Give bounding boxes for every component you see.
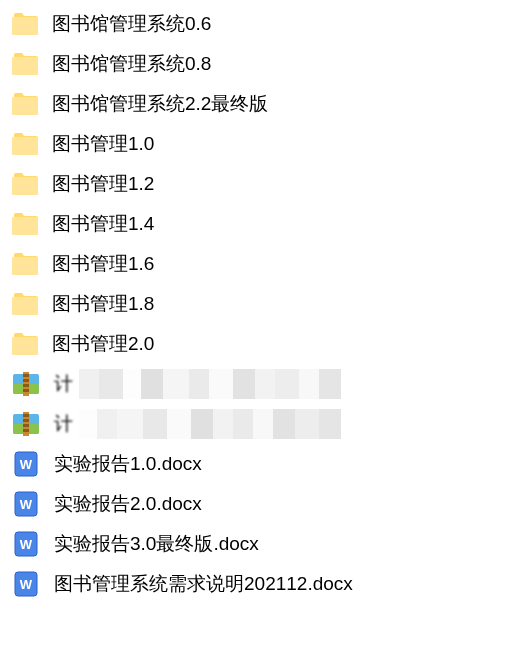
svg-text:W: W <box>20 577 33 592</box>
file-name: 实验报告2.0.docx <box>54 491 202 517</box>
list-item[interactable]: 图书管理1.2 <box>0 164 527 204</box>
list-item[interactable]: 图书馆管理系统0.8 <box>0 44 527 84</box>
folder-icon <box>12 53 38 75</box>
list-item[interactable]: W 实验报告3.0最终版.docx <box>0 524 527 564</box>
file-name: 图书管理1.2 <box>52 171 154 197</box>
folder-icon <box>12 133 38 155</box>
list-item[interactable]: 图书馆管理系统0.6 <box>0 4 527 44</box>
file-name: 图书管理系统需求说明202112.docx <box>54 571 353 597</box>
file-name: 实验报告3.0最终版.docx <box>54 531 259 557</box>
svg-text:W: W <box>20 537 33 552</box>
file-name: 图书馆管理系统2.2最终版 <box>52 91 268 117</box>
file-name: 图书管理1.6 <box>52 251 154 277</box>
docx-icon: W <box>12 530 40 558</box>
docx-icon: W <box>12 450 40 478</box>
list-item[interactable]: 图书管理1.0 <box>0 124 527 164</box>
list-item[interactable]: 计 <box>0 364 527 404</box>
svg-rect-12 <box>23 424 29 427</box>
list-item[interactable]: 图书管理1.8 <box>0 284 527 324</box>
svg-rect-11 <box>23 419 29 422</box>
list-item[interactable]: W 实验报告1.0.docx <box>0 444 527 484</box>
list-item[interactable]: W 实验报告2.0.docx <box>0 484 527 524</box>
docx-icon: W <box>12 490 40 518</box>
folder-icon <box>12 13 38 35</box>
docx-icon: W <box>12 570 40 598</box>
file-list: 图书馆管理系统0.6 图书馆管理系统0.8 图书馆管理系统2.2最终版 图书管理… <box>0 4 527 604</box>
list-item[interactable]: 计 <box>0 404 527 444</box>
file-name: 图书管理2.0 <box>52 331 154 357</box>
list-item[interactable]: 图书馆管理系统2.2最终版 <box>0 84 527 124</box>
folder-icon <box>12 253 38 275</box>
list-item[interactable]: 图书管理2.0 <box>0 324 527 364</box>
folder-icon <box>12 93 38 115</box>
svg-rect-13 <box>23 429 29 432</box>
svg-rect-10 <box>23 414 29 417</box>
folder-icon <box>12 173 38 195</box>
file-name: 图书管理1.4 <box>52 211 154 237</box>
svg-rect-6 <box>23 389 29 392</box>
svg-rect-4 <box>23 379 29 382</box>
svg-rect-3 <box>23 374 29 377</box>
archive-icon <box>12 410 40 438</box>
svg-text:W: W <box>20 457 33 472</box>
file-name: 图书管理1.8 <box>52 291 154 317</box>
list-item[interactable]: 图书管理1.4 <box>0 204 527 244</box>
svg-text:W: W <box>20 497 33 512</box>
file-name: 图书管理1.0 <box>52 131 154 157</box>
archive-icon <box>12 370 40 398</box>
svg-rect-5 <box>23 384 29 387</box>
blurred-filename: 计 <box>54 410 515 438</box>
file-name: 实验报告1.0.docx <box>54 451 202 477</box>
folder-icon <box>12 333 38 355</box>
blurred-filename: 计 <box>54 370 515 398</box>
folder-icon <box>12 213 38 235</box>
folder-icon <box>12 293 38 315</box>
file-name: 图书馆管理系统0.8 <box>52 51 211 77</box>
list-item[interactable]: 图书管理1.6 <box>0 244 527 284</box>
file-name: 图书馆管理系统0.6 <box>52 11 211 37</box>
list-item[interactable]: W 图书管理系统需求说明202112.docx <box>0 564 527 604</box>
